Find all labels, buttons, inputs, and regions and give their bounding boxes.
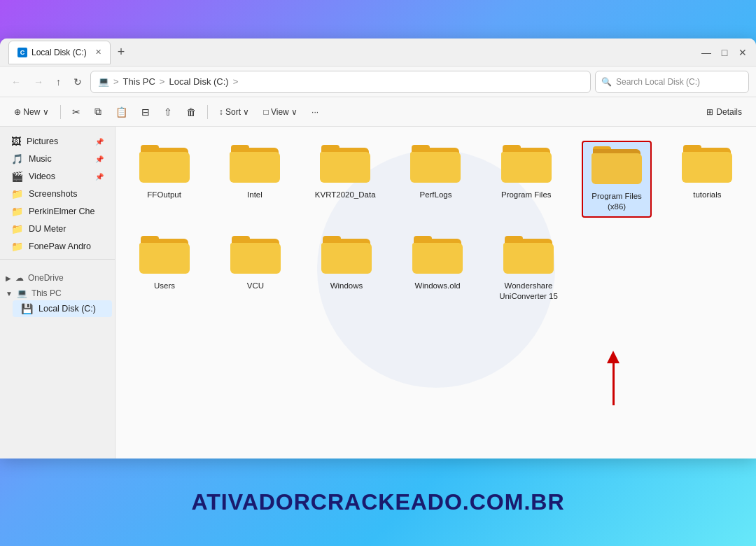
drive-icon: C xyxy=(18,48,27,57)
folder-label-windows: Windows xyxy=(330,281,363,291)
folder-wondershare[interactable]: Wondershare UniConverter 15 xyxy=(493,232,564,306)
pictures-icon: 🖼 xyxy=(11,136,21,147)
folder-icon-users xyxy=(139,236,190,276)
copy-button[interactable]: ⧉ xyxy=(89,102,107,121)
breadcrumb-thispc[interactable]: This PC xyxy=(123,76,155,87)
computer-icon: 💻 xyxy=(98,76,109,87)
toolbar-sep1 xyxy=(60,105,61,119)
window-controls: — □ ✕ xyxy=(701,48,748,57)
pin-icon3: 📌 xyxy=(95,173,104,181)
maximize-button[interactable]: □ xyxy=(720,48,729,57)
folder-windows[interactable]: Windows xyxy=(312,232,382,306)
thispc-arrow: ▼ xyxy=(6,290,13,298)
folder-program-files-x86[interactable]: Program Files (x86) xyxy=(582,141,651,218)
search-placeholder: Search Local Disk (C:) xyxy=(616,77,700,87)
folder-label-intel: Intel xyxy=(247,190,262,200)
folder-label-program-files-x86: Program Files (x86) xyxy=(587,191,645,212)
localdisk-icon: 💾 xyxy=(21,303,33,314)
folder-label-program-files: Program Files xyxy=(501,190,552,200)
music-icon: 🎵 xyxy=(11,153,23,164)
paste-icon: 📋 xyxy=(115,106,127,118)
delete-button[interactable]: 🗑 xyxy=(181,103,202,121)
sidebar-item-screenshots[interactable]: 📁 Screenshots xyxy=(3,186,112,202)
folder-perflogs[interactable]: PerfLogs xyxy=(401,141,470,218)
perkinelmer-icon: 📁 xyxy=(11,206,23,217)
details-icon: ⊞ xyxy=(706,107,713,117)
close-button[interactable]: ✕ xyxy=(738,48,748,57)
dumeter-icon: 📁 xyxy=(11,223,23,234)
copy-icon: ⧉ xyxy=(94,106,102,118)
share-icon: ⇧ xyxy=(164,106,172,118)
nav-bar: ← → ↑ ↻ 💻 > This PC > Local Disk (C:) > … xyxy=(0,66,756,97)
folder-icon-program-files xyxy=(501,145,552,186)
folder-kvrt2020[interactable]: KVRT2020_Data xyxy=(311,141,380,218)
details-button[interactable]: ⊞ Details xyxy=(701,104,748,120)
tab-close-button[interactable]: ✕ xyxy=(95,48,102,57)
folder-label-tutorials: tutorials xyxy=(693,190,721,200)
tab-label: Local Disk (C:) xyxy=(31,48,87,57)
toolbar: ⊕ New ∨ ✂ ⧉ 📋 ⊟ ⇧ 🗑 ↕ Sort ∨ □ View ∨ ··… xyxy=(0,97,756,127)
folder-icon-intel xyxy=(230,145,280,186)
sidebar-item-fonepaw[interactable]: 📁 FonePaw Andro xyxy=(3,238,112,255)
folder-tutorials[interactable]: tutorials xyxy=(673,141,742,218)
folder-label-perflogs: PerfLogs xyxy=(419,190,451,200)
folder-label-users: Users xyxy=(154,281,175,291)
folder-icon-ffoutput xyxy=(139,145,190,186)
new-tab-button[interactable]: + xyxy=(113,45,130,59)
annotation-arrow xyxy=(607,351,620,405)
folder-users[interactable]: Users xyxy=(130,232,200,306)
minimize-button[interactable]: — xyxy=(701,48,711,57)
sidebar-item-pictures[interactable]: 🖼 Pictures 📌 xyxy=(3,133,112,150)
rename-icon: ⊟ xyxy=(141,106,150,118)
folder-intel[interactable]: Intel xyxy=(220,141,289,218)
folder-icon-windows xyxy=(321,236,372,276)
sep2: > xyxy=(160,76,165,87)
breadcrumb-localdisk[interactable]: Local Disk (C:) xyxy=(169,76,228,87)
folder-label-vcu: VCU xyxy=(247,281,264,291)
folder-icon-windows-old xyxy=(412,236,463,276)
folder-icon-program-files-x86 xyxy=(592,146,642,187)
sidebar-item-music[interactable]: 🎵 Music 📌 xyxy=(3,150,112,167)
refresh-button[interactable]: ↻ xyxy=(69,74,86,90)
paste-button[interactable]: 📋 xyxy=(110,103,133,121)
up-button[interactable]: ↑ xyxy=(52,74,65,90)
folder-ffoutput[interactable]: FFOutput xyxy=(130,141,199,218)
share-button[interactable]: ⇧ xyxy=(158,103,178,121)
more-button[interactable]: ··· xyxy=(306,104,324,120)
sidebar-item-perkinelmer[interactable]: 📁 PerkinElmer Che xyxy=(3,203,112,220)
search-bar[interactable]: 🔍 Search Local Disk (C:) xyxy=(595,71,749,93)
file-explorer-window: C Local Disk (C:) ✕ + — □ ✕ ← → ↑ ↻ 💻 > … xyxy=(0,38,756,458)
new-button[interactable]: ⊕ New ∨ xyxy=(8,104,55,120)
content-area: 🖼 Pictures 📌 🎵 Music 📌 🎬 Videos 📌 📁 Scre… xyxy=(0,127,756,458)
folder-icon-kvrt2020 xyxy=(320,145,370,186)
address-bar[interactable]: 💻 > This PC > Local Disk (C:) > xyxy=(90,71,591,93)
arrow-head xyxy=(607,351,620,363)
fonepaw-icon: 📁 xyxy=(11,241,23,252)
back-button[interactable]: ← xyxy=(7,74,25,90)
onedrive-section[interactable]: ▶ ☁ OneDrive xyxy=(0,269,115,284)
onedrive-icon: ☁ xyxy=(15,273,24,283)
cut-button[interactable]: ✂ xyxy=(66,103,86,121)
pin-icon: 📌 xyxy=(95,138,104,146)
sort-button[interactable]: ↕ Sort ∨ xyxy=(214,104,255,120)
screenshots-icon: 📁 xyxy=(11,188,23,200)
folder-label-wondershare: Wondershare UniConverter 15 xyxy=(498,281,559,302)
file-grid: FFOutput Intel xyxy=(115,127,756,458)
folder-windows-old[interactable]: Windows.old xyxy=(402,232,472,306)
folder-icon-tutorials xyxy=(682,145,732,186)
sidebar-item-dumeter[interactable]: 📁 DU Meter xyxy=(3,220,112,237)
thispc-section[interactable]: ▼ 💻 This PC xyxy=(0,284,115,300)
title-bar: C Local Disk (C:) ✕ + — □ ✕ xyxy=(0,38,756,66)
active-tab[interactable]: C Local Disk (C:) ✕ xyxy=(8,41,111,64)
forward-button[interactable]: → xyxy=(29,74,48,90)
view-button[interactable]: □ View ∨ xyxy=(258,104,303,120)
sidebar-item-videos[interactable]: 🎬 Videos 📌 xyxy=(3,168,112,185)
folder-program-files[interactable]: Program Files xyxy=(491,141,561,218)
rename-button[interactable]: ⊟ xyxy=(136,103,155,121)
sidebar-item-localdisk[interactable]: 💾 Local Disk (C:) xyxy=(13,300,112,317)
videos-icon: 🎬 xyxy=(11,171,23,182)
folder-vcu[interactable]: VCU xyxy=(220,232,290,306)
bottom-watermark-area: ATIVADORCRACKEADO.COM.BR xyxy=(0,458,756,546)
folder-icon-perflogs xyxy=(410,145,461,186)
sidebar: 🖼 Pictures 📌 🎵 Music 📌 🎬 Videos 📌 📁 Scre… xyxy=(0,127,115,458)
